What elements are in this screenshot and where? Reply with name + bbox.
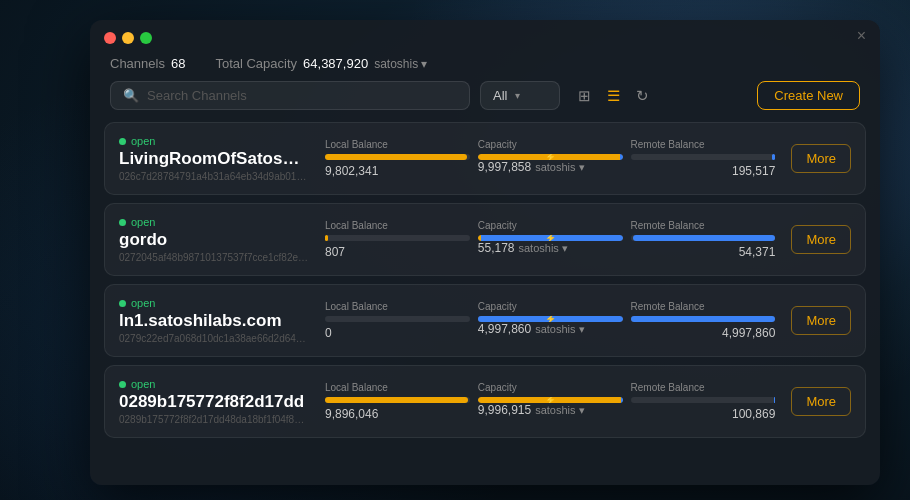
status-label: open xyxy=(131,297,155,309)
remote-bar-wrap xyxy=(631,397,776,403)
channels-list: open LivingRoomOfSatoshi.... 026c7d28784… xyxy=(90,122,880,485)
capacity-unit[interactable]: satoshis ▾ xyxy=(374,57,427,71)
local-bar-wrap xyxy=(325,235,470,241)
local-balance-value: 9,896,046 xyxy=(325,407,470,421)
local-bar-wrap xyxy=(325,316,470,322)
capacity-unit[interactable]: satoshis ▾ xyxy=(535,161,584,174)
capacity-value: 9,996,915 xyxy=(478,403,531,417)
capacity-value-wrap: 4,997,860 satoshis ▾ xyxy=(478,322,623,336)
lightning-icon: ⚡ xyxy=(545,235,556,241)
channel-status: open xyxy=(119,378,309,390)
maximize-traffic-light[interactable] xyxy=(140,32,152,44)
capacity-col: Capacity ⚡ 9,996,915 satoshis ▾ xyxy=(478,382,623,421)
status-dot xyxy=(119,219,126,226)
search-icon: 🔍 xyxy=(123,88,139,103)
channel-balances: Local Balance 807 Capacity ⚡ 55,178 sato… xyxy=(325,220,775,259)
local-balance-header: Local Balance xyxy=(325,139,470,150)
remote-balance-value: 54,371 xyxy=(631,245,776,259)
capacity-header: Capacity xyxy=(478,220,623,231)
channels-count: 68 xyxy=(171,56,185,71)
remote-bar-wrap xyxy=(631,154,776,160)
remote-balance-value: 195,517 xyxy=(631,164,776,178)
local-bar xyxy=(325,235,328,241)
remote-bar xyxy=(633,235,775,241)
capacity-unit[interactable]: satoshis ▾ xyxy=(535,323,584,336)
capacity-value-wrap: 55,178 satoshis ▾ xyxy=(478,241,623,255)
chevron-down-icon: ▾ xyxy=(515,90,520,101)
capacity-bar: ⚡ xyxy=(478,235,623,241)
capacity-label: Total Capacity xyxy=(215,56,297,71)
filter-dropdown[interactable]: All ▾ xyxy=(480,81,560,110)
capacity-bar-right xyxy=(620,154,623,160)
capacity-bar: ⚡ xyxy=(478,316,623,322)
grid-view-icon[interactable]: ⊞ xyxy=(574,83,595,109)
channel-card: open 0289b175772f8f2d17dd 0289b175772f8f… xyxy=(104,365,866,438)
local-balance-col: Local Balance 9,802,341 xyxy=(325,139,470,178)
local-balance-header: Local Balance xyxy=(325,382,470,393)
header: Channels 68 Total Capacity 64,387,920 sa… xyxy=(90,52,880,81)
capacity-unit[interactable]: satoshis ▾ xyxy=(535,404,584,417)
capacity-value: 55,178 xyxy=(478,241,515,255)
local-balance-header: Local Balance xyxy=(325,301,470,312)
local-balance-value: 9,802,341 xyxy=(325,164,470,178)
more-button[interactable]: More xyxy=(791,225,851,254)
filter-label: All xyxy=(493,88,507,103)
status-label: open xyxy=(131,135,155,147)
remote-balance-header: Remote Balance xyxy=(631,301,776,312)
channel-card: open ln1.satoshilabs.com 0279c22ed7a068d… xyxy=(104,284,866,357)
channel-id: 0289b175772f8f2d17dd48da18bf1f04f84016cf… xyxy=(119,414,309,425)
channel-balances: Local Balance 9,896,046 Capacity ⚡ 9,996… xyxy=(325,382,775,421)
remote-bar xyxy=(774,397,775,403)
remote-balance-header: Remote Balance xyxy=(631,220,776,231)
capacity-header: Capacity xyxy=(478,382,623,393)
status-label: open xyxy=(131,216,155,228)
close-button[interactable]: × xyxy=(857,28,866,44)
lightning-icon: ⚡ xyxy=(545,316,556,322)
channel-info: open gordo 0272045af48b98710137537f7cce1… xyxy=(119,216,309,263)
toolbar: 🔍 All ▾ ⊞ ☰ ↻ Create New xyxy=(90,81,880,122)
close-traffic-light[interactable] xyxy=(104,32,116,44)
capacity-value-wrap: 9,997,858 satoshis ▾ xyxy=(478,160,623,174)
channel-balances: Local Balance 9,802,341 Capacity ⚡ 9,997… xyxy=(325,139,775,178)
capacity-value: 4,997,860 xyxy=(478,322,531,336)
local-balance-value: 0 xyxy=(325,326,470,340)
channel-info: open 0289b175772f8f2d17dd 0289b175772f8f… xyxy=(119,378,309,425)
search-box: 🔍 xyxy=(110,81,470,110)
more-button[interactable]: More xyxy=(791,306,851,335)
channel-card: open gordo 0272045af48b98710137537f7cce1… xyxy=(104,203,866,276)
minimize-traffic-light[interactable] xyxy=(122,32,134,44)
capacity-col: Capacity ⚡ 55,178 satoshis ▾ xyxy=(478,220,623,259)
channels-stat: Channels 68 xyxy=(110,56,185,71)
list-view-icon[interactable]: ☰ xyxy=(603,83,624,109)
status-dot xyxy=(119,138,126,145)
traffic-lights xyxy=(104,32,152,44)
channel-name: LivingRoomOfSatoshi.... xyxy=(119,149,309,169)
main-window: × Channels 68 Total Capacity 64,387,920 … xyxy=(90,20,880,485)
local-balance-header: Local Balance xyxy=(325,220,470,231)
capacity-col: Capacity ⚡ 9,997,858 satoshis ▾ xyxy=(478,139,623,178)
channel-info: open ln1.satoshilabs.com 0279c22ed7a068d… xyxy=(119,297,309,344)
local-balance-value: 807 xyxy=(325,245,470,259)
view-icons: ⊞ ☰ ↻ xyxy=(574,83,653,109)
remote-balance-value: 4,997,860 xyxy=(631,326,776,340)
remote-balance-header: Remote Balance xyxy=(631,382,776,393)
lightning-icon: ⚡ xyxy=(545,397,556,403)
more-button[interactable]: More xyxy=(791,144,851,173)
search-input[interactable] xyxy=(147,88,457,103)
remote-balance-value: 100,869 xyxy=(631,407,776,421)
remote-balance-col: Remote Balance 54,371 xyxy=(631,220,776,259)
remote-balance-header: Remote Balance xyxy=(631,139,776,150)
channel-status: open xyxy=(119,216,309,228)
capacity-unit[interactable]: satoshis ▾ xyxy=(518,242,567,255)
capacity-stat: Total Capacity 64,387,920 satoshis ▾ xyxy=(215,56,427,71)
more-button[interactable]: More xyxy=(791,387,851,416)
capacity-value: 9,997,858 xyxy=(478,160,531,174)
remote-balance-col: Remote Balance 4,997,860 xyxy=(631,301,776,340)
create-new-button[interactable]: Create New xyxy=(757,81,860,110)
lightning-icon: ⚡ xyxy=(545,154,556,160)
capacity-value-wrap: 9,996,915 satoshis ▾ xyxy=(478,403,623,417)
remote-bar-wrap xyxy=(631,235,776,241)
local-bar xyxy=(325,397,468,403)
channel-card: open LivingRoomOfSatoshi.... 026c7d28784… xyxy=(104,122,866,195)
refresh-icon[interactable]: ↻ xyxy=(632,83,653,109)
